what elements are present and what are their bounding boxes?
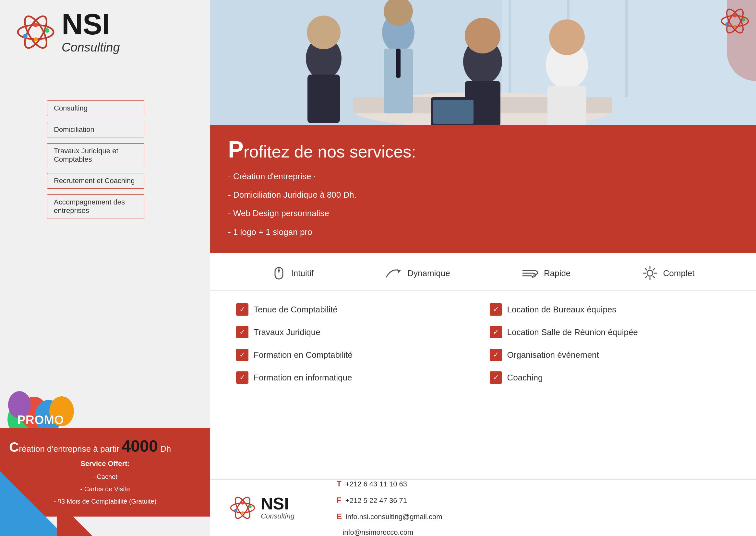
service-label-8: Coaching: [507, 373, 543, 383]
footer-logo: NSI Consulting: [230, 495, 295, 521]
svg-point-63: [249, 505, 252, 508]
dynamique-label: Dynamique: [407, 268, 450, 278]
service-label-7: Formation en informatique: [254, 373, 352, 383]
icons-row: Intuitif Dynamique Rapide: [210, 256, 756, 291]
check-1: ✓: [236, 303, 248, 316]
svg-point-49: [647, 270, 653, 276]
hero-svg: [210, 0, 756, 125]
check-7: ✓: [236, 371, 248, 384]
service-label-4: Location Salle de Réunion équipée: [507, 327, 638, 337]
svg-point-61: [241, 502, 244, 505]
svg-line-55: [653, 276, 655, 278]
footer: NSI Consulting T +212 6 43 11 10 63 F +2…: [210, 479, 756, 536]
icon-dynamique: Dynamique: [385, 266, 450, 280]
hero-service-4: - 1 logo + 1 slogan pro: [228, 223, 738, 241]
service-label-1: Tenue de Comptabilité: [254, 305, 338, 315]
menu-item-travaux[interactable]: Travaux Juridique et Comptables: [47, 143, 144, 167]
footer-contact: T +212 6 43 11 10 63 F +212 5 22 47 36 7…: [337, 476, 442, 536]
icon-intuitif: Intuitif: [272, 266, 314, 280]
hero-service-1: - Création d'entreprise ·: [228, 167, 738, 186]
svg-rect-20: [625, 0, 628, 97]
svg-rect-18: [509, 0, 511, 97]
icon-complet: Complet: [642, 265, 695, 281]
right-panel: Profitez de nos services: - Création d'e…: [210, 0, 756, 536]
left-panel: NSI Consulting Consulting Domiciliation …: [0, 0, 210, 536]
svg-rect-25: [307, 75, 340, 123]
menu-item-consulting[interactable]: Consulting: [47, 100, 144, 116]
brand-tagline: Consulting: [62, 41, 120, 54]
promo-title: Création d'entreprise à partir 4000 Dh: [9, 437, 201, 455]
footer-fax: +212 5 22 47 36 71: [345, 496, 407, 505]
red-corner: [57, 500, 92, 536]
footer-fax-line: F +212 5 22 47 36 71: [337, 492, 442, 509]
svg-point-62: [234, 509, 237, 512]
service-reunion: ✓ Location Salle de Réunion équipée: [483, 321, 737, 344]
footer-phone-line: T +212 6 43 11 10 63: [337, 476, 442, 492]
red-section: Profitez de nos services: - Création d'e…: [210, 125, 756, 253]
menu-item-recrutement[interactable]: Recrutement et Coaching: [47, 173, 144, 188]
footer-brand-tagline: Consulting: [261, 512, 295, 520]
promo-price: 4000: [122, 437, 158, 455]
gear-icon: [642, 265, 658, 281]
check-2: ✓: [490, 303, 502, 316]
promo-currency: Dh: [160, 444, 171, 454]
service-label-2: Location de Bureaux équipes: [507, 305, 617, 315]
hero-service-2: - Domiciliation Juridique à 800 Dh.: [228, 186, 738, 204]
footer-email-line: E info.nsi.consulting@gmail.com: [337, 509, 442, 525]
service-offert-label: Service Offert:: [9, 459, 201, 468]
logo-text-area: NSI Consulting: [62, 10, 120, 54]
service-coaching: ✓ Coaching: [483, 366, 737, 389]
icon-rapide: Rapide: [521, 266, 570, 280]
check-5: ✓: [236, 349, 248, 361]
svg-rect-37: [433, 100, 474, 124]
mouse-icon: [272, 266, 286, 280]
logo-area: NSI Consulting: [16, 10, 120, 54]
svg-point-4: [23, 34, 27, 38]
svg-rect-35: [396, 49, 401, 78]
svg-point-30: [465, 18, 500, 53]
menu-item-domiciliation[interactable]: Domiciliation: [47, 122, 144, 137]
fax-label: F: [337, 496, 342, 505]
svg-point-33: [549, 19, 585, 55]
footer-email1: info.nsi.consulting@gmail.com: [346, 513, 442, 521]
check-3: ✓: [236, 326, 248, 338]
service-label-5: Formation en Comptabilité: [254, 350, 352, 360]
svg-point-3: [33, 23, 38, 27]
service-evenement: ✓ Organisation événement: [483, 344, 737, 366]
email-label: E: [337, 512, 342, 521]
blue-corner: [0, 471, 65, 536]
wind-icon: [521, 266, 539, 280]
svg-point-24: [307, 16, 341, 49]
svg-rect-34: [548, 86, 586, 125]
big-p: P: [228, 136, 243, 162]
footer-email2-line: info@nsimorocco.com: [337, 525, 442, 536]
promo-big-c: C: [9, 439, 19, 455]
check-8: ✓: [490, 371, 502, 384]
service-comptabilite: ✓ Tenue de Comptabilité: [230, 298, 483, 321]
check-6: ✓: [490, 349, 502, 361]
service-label-6: Organisation événement: [507, 350, 599, 360]
svg-line-56: [653, 268, 655, 270]
svg-point-5: [45, 28, 49, 33]
check-4: ✓: [490, 326, 502, 338]
hero-title: Profitez de nos services:: [228, 136, 738, 163]
phone-label: T: [337, 479, 342, 488]
service-bureaux: ✓ Location de Bureaux équipes: [483, 298, 737, 321]
service-juridique: ✓ Travaux Juridique: [230, 321, 483, 344]
promo-title-text: réation d'entreprise à partir: [19, 444, 119, 454]
svg-line-57: [645, 276, 647, 278]
footer-phone: +212 6 43 11 10 63: [345, 480, 407, 488]
footer-email2: info@nsimorocco.com: [342, 528, 413, 536]
rapide-label: Rapide: [544, 268, 570, 278]
intuitif-label: Intuitif: [291, 268, 314, 278]
hero-title-text: rofitez de nos services:: [243, 142, 416, 161]
services-grid: ✓ Tenue de Comptabilité ✓ Location de Bu…: [210, 292, 756, 395]
footer-brand-name: NSI: [261, 495, 295, 512]
hero-image: [210, 0, 756, 125]
service-formation-info: ✓ Formation en informatique: [230, 366, 483, 389]
svg-point-64: [241, 511, 244, 514]
svg-point-47: [278, 270, 280, 272]
menu-item-accompagnement[interactable]: Accompagnement des entreprises: [47, 194, 144, 218]
brand-name: NSI: [62, 10, 120, 39]
footer-logo-icon: [230, 495, 256, 521]
